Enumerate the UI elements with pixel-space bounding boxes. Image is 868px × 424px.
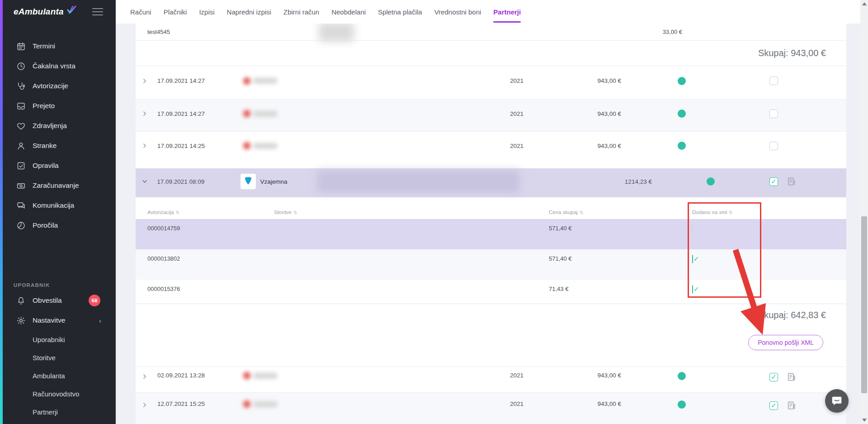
invoice-year: 2021 — [501, 400, 533, 407]
column-header-dodano-na-xml[interactable]: Dodano na xml — [687, 210, 846, 215]
invoice-row[interactable]: 12.07.2021 15:25 2021 943,00 € — [136, 393, 846, 424]
chat-bubble-icon — [830, 395, 843, 407]
xml-checkbox[interactable] — [692, 255, 693, 263]
column-header-avtorizacija[interactable]: Avtorizacija — [136, 210, 274, 215]
resend-xml-button[interactable]: Ponovno pošlji XML — [748, 335, 823, 350]
status-dot — [678, 142, 686, 150]
sidebar-item-nastavitve[interactable]: Nastavitve › — [0, 310, 116, 330]
tab-zbirni-racun[interactable]: Zbirni račun — [283, 0, 319, 24]
chevron-right-icon[interactable] — [142, 143, 155, 148]
chat-icon — [16, 200, 26, 210]
invoice-row-expanded[interactable]: 17.09.2021 08:09 Vzajemna 1214,23 € — [136, 168, 846, 197]
chat-launcher-button[interactable] — [825, 389, 849, 413]
tab-racuni[interactable]: Računi — [130, 0, 151, 24]
sidebar-item-label: Prejeto — [33, 102, 55, 110]
sidebar-item-cakalna-vrsta[interactable]: Čakalna vrsta — [0, 56, 116, 76]
invoice-row[interactable]: 17.09.2021 14:27 2021 943,00 € — [136, 100, 846, 132]
invoice-amount: 943,00 € — [533, 372, 621, 379]
redacted-content — [317, 171, 519, 192]
user-section-label: UPORABNIK — [0, 282, 116, 288]
row-checkbox[interactable] — [769, 142, 778, 150]
row-checkbox[interactable] — [769, 110, 778, 118]
column-header-storitve[interactable]: Storitve — [274, 210, 549, 215]
receipt-icon[interactable] — [787, 372, 797, 382]
scrollbar-thumb[interactable] — [861, 216, 867, 393]
sidebar-item-label: Avtorizacije — [33, 82, 68, 90]
amount-value: 571,40 € — [549, 225, 687, 232]
column-header-cena-skupaj[interactable]: Cena skupaj — [549, 210, 687, 215]
receipt-icon[interactable] — [787, 400, 797, 410]
app-logo: eAmbulanta — [14, 7, 64, 17]
amount-value: 71,43 € — [549, 286, 687, 292]
receipt-icon[interactable] — [787, 176, 797, 186]
row-checkbox[interactable] — [769, 177, 778, 186]
status-cell — [652, 177, 769, 186]
sidebar-item-komunikacija[interactable]: Komunikacija — [0, 195, 116, 215]
invoice-date: 12.07.2021 15:25 — [155, 400, 243, 407]
invoice-row[interactable]: 17.09.2021 14:25 2021 943,00 € — [136, 132, 846, 163]
invoice-row[interactable]: 17.09.2021 14:27 2021 943,00 € — [136, 66, 846, 100]
sidebar-item-termini[interactable]: Termini — [0, 36, 116, 56]
tab-vrednostni-boni[interactable]: Vrednostni boni — [434, 0, 481, 24]
sidebar-subitem-racunovodstvo[interactable]: Računovodstvo — [0, 385, 116, 403]
invoice-amount: 943,00 € — [533, 110, 621, 117]
chevron-right-icon[interactable] — [142, 111, 155, 116]
scrollbar-up-arrow[interactable] — [862, 2, 867, 5]
chevron-down-icon[interactable] — [142, 179, 154, 184]
tab-partnerji[interactable]: Partnerji — [493, 0, 521, 24]
row-checkbox[interactable] — [769, 401, 778, 410]
chevron-right-icon[interactable] — [142, 372, 155, 379]
sidebar-subitem-partnerji[interactable]: Partnerji — [0, 403, 116, 421]
sidebar-subitem-storitve[interactable]: Storitve — [0, 348, 116, 367]
sidebar-item-label: Poročila — [33, 221, 58, 229]
sidebar-item-stranke[interactable]: Stranke — [0, 136, 116, 156]
tab-neobdelani[interactable]: Neobdelani — [331, 0, 366, 24]
xml-checkbox[interactable] — [692, 285, 693, 294]
detail-row[interactable]: 0000014759 571,40 € — [136, 219, 846, 249]
row-checkbox[interactable] — [769, 76, 778, 85]
status-dot — [678, 110, 686, 118]
tasks-icon — [16, 161, 26, 171]
tab-izpisi[interactable]: Izpisi — [199, 0, 214, 24]
chevron-right-icon[interactable] — [142, 78, 155, 84]
tab-spletna-placila[interactable]: Spletna plačila — [378, 0, 422, 24]
sidebar-item-zdravljenja[interactable]: Zdravljenja — [0, 116, 116, 136]
tab-placniki[interactable]: Plačniki — [164, 0, 187, 24]
detail-row[interactable]: 0000015376 71,43 € — [136, 280, 846, 304]
redacted-payer — [243, 110, 338, 117]
sidebar-item-prejeto[interactable]: Prejeto — [0, 96, 116, 116]
hamburger-menu-icon[interactable] — [92, 8, 103, 18]
detail-actions-row: Ponovno pošlji XML — [136, 326, 846, 367]
chevron-right-icon[interactable] — [142, 400, 155, 408]
detail-row-prev[interactable]: test4545 33,00 € — [136, 24, 846, 41]
sidebar-item-label: Čakalna vrsta — [33, 62, 75, 70]
invoice-year: 2021 — [501, 143, 533, 149]
sidebar-subitem-uporabniki[interactable]: Uporabniki — [0, 330, 116, 348]
invoice-amount: 943,00 € — [533, 143, 621, 149]
detail-total-row-prev: Skupaj: 943,00 € — [136, 41, 846, 66]
authorization-number: 0000013802 — [136, 255, 274, 262]
tab-napredni-izpisi[interactable]: Napredni izpisi — [227, 0, 271, 24]
status-dot — [678, 400, 686, 409]
xml-checkbox[interactable] — [692, 224, 693, 233]
sidebar-nav: Termini Čakalna vrsta Avtorizacije Preje… — [0, 36, 116, 235]
invoice-amount: 943,00 € — [533, 77, 621, 84]
invoice-row[interactable]: 02.09.2021 13:28 2021 943,00 € — [136, 367, 846, 393]
icon-placeholder — [787, 141, 797, 151]
redacted-payer — [243, 77, 338, 85]
status-cell — [621, 400, 742, 409]
amount-value: 571,40 € — [549, 255, 687, 262]
sidebar-subitem-ambulanta[interactable]: Ambulanta — [0, 367, 116, 385]
total-label: Skupaj: 943,00 € — [758, 48, 826, 58]
sidebar-item-avtorizacije[interactable]: Avtorizacije — [0, 76, 116, 96]
invoice-amount: 1214,23 € — [566, 178, 652, 185]
notifications-badge: 68 — [89, 295, 100, 306]
row-checkbox[interactable] — [769, 373, 778, 381]
sidebar-item-obvestila[interactable]: Obvestila 68 — [0, 291, 116, 310]
detail-row[interactable]: 0000013802 571,40 € — [136, 249, 846, 280]
sidebar-item-opravila[interactable]: Opravila — [0, 156, 116, 176]
scrollbar-down-arrow[interactable] — [862, 419, 867, 422]
sidebar-item-zaracunavanje[interactable]: Zaračunavanje — [0, 176, 116, 195]
authorization-number: 0000014759 — [136, 225, 274, 232]
sidebar-item-porocila[interactable]: Poročila — [0, 215, 116, 235]
